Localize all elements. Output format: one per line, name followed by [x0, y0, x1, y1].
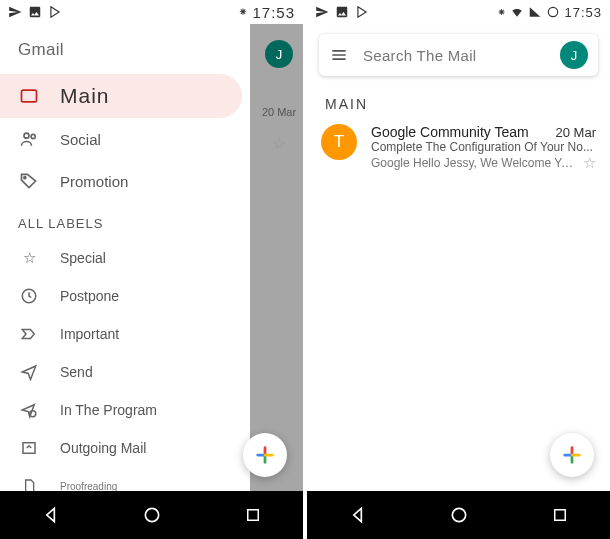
send-scheduled-icon	[18, 399, 40, 421]
plus-icon	[561, 444, 583, 466]
bluetooth-icon: ⁕	[238, 5, 248, 19]
email-preview: Google Hello Jessy, We Welcome You...	[371, 156, 577, 170]
drawer-item-send[interactable]: Send	[0, 353, 250, 391]
status-bar: ⁕ 17:53	[0, 0, 303, 24]
inbox-icon	[18, 85, 40, 107]
phone-right: ⁕ 17:53 Search The Mail J MAIN T Google …	[307, 0, 610, 539]
drawer-item-label: In The Program	[60, 402, 157, 418]
nav-home[interactable]	[447, 503, 471, 527]
drawer-item-scheduled[interactable]: In The Program	[0, 391, 250, 429]
svg-rect-0	[22, 90, 37, 102]
nav-recent[interactable]	[548, 503, 572, 527]
nav-back[interactable]	[39, 503, 63, 527]
svg-point-10	[452, 508, 465, 521]
svg-rect-6	[23, 443, 35, 454]
compose-fab[interactable]	[243, 433, 287, 477]
inbox-category-label: MAIN	[307, 86, 610, 118]
image-icon	[335, 5, 349, 19]
drawer-item-label: Special	[60, 250, 106, 266]
android-navbar	[0, 491, 303, 539]
drawer-item-outbox[interactable]: Outgoing Mail	[0, 429, 250, 467]
email-date-peek: 20 Mar	[262, 106, 296, 118]
status-time: 17:53	[564, 5, 602, 20]
drawer-item-label: Postpone	[60, 288, 119, 304]
inbox-peek: J 20 Mar ☆	[255, 40, 303, 153]
send-icon	[18, 361, 40, 383]
sender-avatar[interactable]: T	[321, 124, 357, 160]
drawer-item-label: Proofreading	[60, 481, 117, 492]
drawer-item-drafts[interactable]: Proofreading	[0, 467, 250, 491]
timer-icon	[546, 5, 560, 19]
plus-icon	[254, 444, 276, 466]
android-navbar	[307, 491, 610, 539]
star-icon[interactable]: ☆	[583, 154, 596, 172]
svg-point-7	[145, 508, 158, 521]
svg-rect-8	[247, 510, 258, 521]
send-icon	[8, 5, 22, 19]
play-icon	[355, 5, 369, 19]
status-time: 17:53	[252, 4, 295, 21]
clock-icon	[18, 285, 40, 307]
star-icon: ☆	[18, 247, 40, 269]
svg-point-2	[31, 134, 35, 138]
drawer-title: Gmail	[0, 36, 250, 74]
svg-point-3	[24, 177, 26, 179]
tag-icon	[18, 170, 40, 192]
svg-rect-11	[554, 510, 565, 521]
search-placeholder[interactable]: Search The Mail	[363, 47, 546, 64]
email-date: 20 Mar	[556, 125, 596, 140]
people-icon	[18, 128, 40, 150]
search-bar[interactable]: Search The Mail J	[319, 34, 598, 76]
email-subject: Complete The Configuration Of Your No...	[371, 140, 596, 154]
image-icon	[28, 5, 42, 19]
drawer-item-special[interactable]: ☆ Special	[0, 239, 250, 277]
drawer-item-label: Outgoing Mail	[60, 440, 146, 456]
play-icon	[48, 5, 62, 19]
drawer-item-label: Promotion	[60, 173, 128, 190]
wifi-icon	[510, 5, 524, 19]
email-row[interactable]: T Google Community Team 20 Mar Complete …	[307, 118, 610, 178]
status-bar: ⁕ 17:53	[307, 0, 610, 24]
nav-home[interactable]	[140, 503, 164, 527]
svg-point-1	[24, 133, 29, 138]
menu-icon[interactable]	[329, 45, 349, 65]
star-icon[interactable]: ☆	[272, 134, 286, 153]
important-icon	[18, 323, 40, 345]
outbox-icon	[18, 437, 40, 459]
drawer-item-label: Main	[60, 84, 110, 108]
email-sender: Google Community Team	[371, 124, 529, 140]
drawer-item-postpone[interactable]: Postpone	[0, 277, 250, 315]
drawer-item-label: Social	[60, 131, 101, 148]
drawer-item-main[interactable]: Main	[0, 74, 242, 118]
drawer-item-social[interactable]: Social	[0, 118, 250, 160]
compose-fab[interactable]	[550, 433, 594, 477]
bluetooth-icon: ⁕	[497, 6, 506, 19]
phone-left: ⁕ 17:53 J 20 Mar ☆ Gmail Main Social Pro…	[0, 0, 303, 539]
drawer-item-label: Send	[60, 364, 93, 380]
drawer-item-promotion[interactable]: Promotion	[0, 160, 250, 202]
file-icon	[18, 475, 40, 491]
account-avatar[interactable]: J	[265, 40, 293, 68]
nav-drawer: Gmail Main Social Promotion ALL LABELS ☆…	[0, 24, 250, 491]
drawer-item-important[interactable]: Important	[0, 315, 250, 353]
nav-recent[interactable]	[241, 503, 265, 527]
account-avatar[interactable]: J	[560, 41, 588, 69]
svg-point-9	[549, 7, 558, 16]
section-header-labels: ALL LABELS	[0, 202, 250, 239]
nav-back[interactable]	[346, 503, 370, 527]
signal-icon	[528, 5, 542, 19]
drawer-item-label: Important	[60, 326, 119, 342]
send-icon	[315, 5, 329, 19]
